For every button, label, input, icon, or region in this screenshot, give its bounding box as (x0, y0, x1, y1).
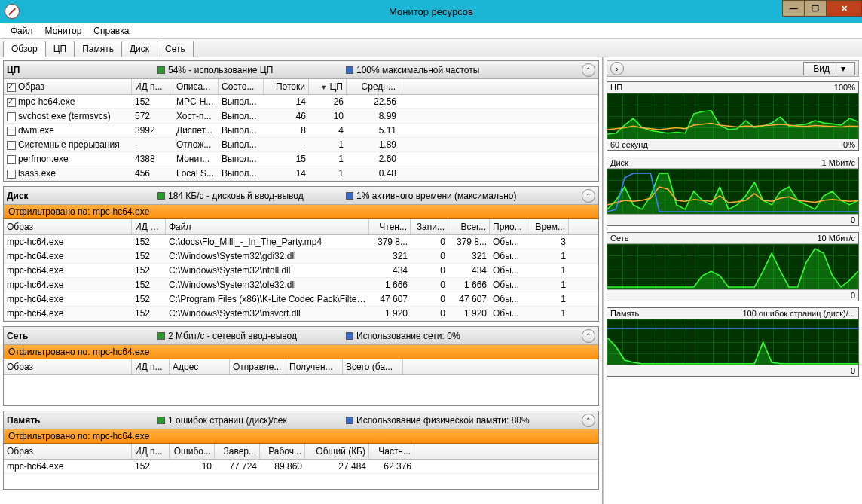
table-row[interactable]: dwm.exe3992Диспет...Выпол...845.11 (4, 124, 598, 138)
row-checkbox[interactable] (7, 98, 16, 107)
net-header[interactable]: Сеть 2 Мбит/с - сетевой ввод-вывод Испол… (4, 327, 598, 345)
close-button[interactable]: ✕ (826, 0, 862, 17)
window-title: Монитор ресурсов (389, 6, 473, 17)
mem-col-faults[interactable]: Ошибо... (170, 444, 215, 459)
maximize-button[interactable]: ❐ (804, 0, 827, 17)
table-row[interactable]: Системные прерывания-Отлож...Выпол...-11… (4, 138, 598, 152)
disk-header[interactable]: Диск 184 КБ/с - дисковый ввод-вывод 1% а… (4, 187, 598, 205)
net-col-pid[interactable]: ИД п... (132, 359, 170, 374)
disk-title: Диск (7, 191, 157, 201)
cpu-col-status[interactable]: Состо... (219, 79, 264, 94)
table-row[interactable]: svchost.exe (termsvcs)572Хост-п...Выпол.… (4, 109, 598, 124)
disk-active-label: 1% активного времени (максимально) (356, 191, 517, 201)
net-io-label: 2 Мбит/с - сетевой ввод-вывод (168, 331, 297, 341)
table-row[interactable]: mpc-hc64.exe152C:\Program Files (x86)\K-… (4, 292, 598, 307)
mem-faults-icon (157, 417, 165, 424)
tab-network[interactable]: Сеть (157, 41, 194, 57)
disk-filter-bar: Отфильтровано по: mpc-hc64.exe (4, 205, 598, 219)
net-title: Сеть (7, 331, 157, 341)
disk-col-image[interactable]: Образ (4, 219, 132, 234)
disk-col-pid[interactable]: ИД п... (132, 219, 166, 234)
row-checkbox[interactable] (7, 112, 16, 121)
net-use-label: Использование сети: 0% (356, 331, 460, 341)
mem-col-pid[interactable]: ИД п... (132, 444, 170, 459)
tab-memory[interactable]: Память (74, 41, 122, 57)
mem-col-working[interactable]: Рабоч... (260, 444, 305, 459)
net-col-recv[interactable]: Получен... (286, 359, 343, 374)
mem-section: Память 1 ошибок страниц (диск)/сек Испол… (3, 411, 599, 490)
cpu-collapse-button[interactable]: ⌃ (582, 63, 595, 77)
cpu-col-cpu[interactable]: ЦП (329, 81, 343, 92)
mem-col-image[interactable]: Образ (4, 444, 132, 459)
table-row[interactable]: perfmon.exe4388Монит...Выпол...1512.60 (4, 152, 598, 166)
mem-col-private[interactable]: Частн... (369, 444, 414, 459)
disk-col-file[interactable]: Файл (166, 219, 369, 234)
table-row[interactable]: mpc-hc64.exe152C:\Windows\System32\gdi32… (4, 249, 598, 264)
menu-file[interactable]: Файл (5, 24, 39, 38)
cpu-freq-label: 100% максимальной частоты (356, 65, 479, 75)
app-icon (5, 4, 20, 19)
view-dropdown[interactable]: Вид (803, 62, 855, 75)
table-row[interactable]: mpc-hc64.exe152MPC-H...Выпол...142622.56 (4, 95, 598, 109)
cpu-header-checkbox[interactable] (7, 83, 16, 92)
cpu-col-pid[interactable]: ИД п... (132, 79, 173, 94)
mem-col-shared[interactable]: Общий (КБ) (305, 444, 369, 459)
table-row[interactable]: mpc-hc64.exe152C:\Windows\System32\msvcr… (4, 307, 598, 321)
menubar: Файл Монитор Справка (0, 23, 862, 39)
disk-col-total[interactable]: Всег... (448, 219, 490, 234)
net-col-addr[interactable]: Адрес (170, 359, 230, 374)
minimize-button[interactable]: — (782, 0, 805, 17)
net-col-image[interactable]: Образ (4, 359, 132, 374)
disk-col-time[interactable]: Врем... (527, 219, 569, 234)
row-checkbox[interactable] (7, 170, 16, 179)
table-row[interactable]: lsass.exe456Local S...Выпол...1410.48 (4, 166, 598, 181)
tab-overview[interactable]: Обзор (3, 41, 46, 57)
mem-use-label: Использование физической памяти: 80% (356, 415, 530, 426)
mem-collapse-button[interactable]: ⌃ (582, 414, 595, 427)
net-filter-bar: Отфильтровано по: mpc-hc64.exe (4, 345, 598, 359)
net-col-sent[interactable]: Отправле... (230, 359, 286, 374)
row-checkbox[interactable] (7, 141, 16, 150)
cpu-usage-label: 54% - использование ЦП (168, 65, 273, 75)
disk-col-write[interactable]: Запи... (411, 219, 448, 234)
net-col-total[interactable]: Всего (ба... (343, 359, 403, 374)
mem-header[interactable]: Память 1 ошибок страниц (диск)/сек Испол… (4, 411, 598, 429)
net-collapse-button[interactable]: ⌃ (582, 329, 595, 343)
disk-active-icon (346, 192, 353, 200)
mem-title: Память (7, 415, 157, 426)
tab-cpu[interactable]: ЦП (45, 41, 75, 57)
net-use-icon (346, 332, 353, 340)
menu-help[interactable]: Справка (87, 24, 135, 38)
cpu-col-image[interactable]: Образ (18, 81, 44, 92)
chart-prev-button[interactable]: › (610, 62, 624, 75)
table-row[interactable]: mpc-hc64.exe152C:\Windows\System32\ntdll… (4, 264, 598, 278)
table-row[interactable]: mpc-hc64.exe1521077 72489 86027 48462 37… (4, 460, 598, 474)
disk-io-icon (157, 192, 165, 200)
disk-col-prio[interactable]: Прио... (490, 219, 527, 234)
row-checkbox[interactable] (7, 127, 16, 136)
mini-chart: ЦП100%60 секунд0% (607, 81, 859, 151)
row-checkbox[interactable] (7, 155, 16, 164)
disk-col-read[interactable]: Чтен... (369, 219, 411, 234)
tabbar: Обзор ЦП Память Диск Сеть (0, 39, 862, 57)
table-row[interactable]: mpc-hc64.exe152C:\docs\Flo_Milli_-_In_Th… (4, 235, 598, 249)
cpu-header[interactable]: ЦП 54% - использование ЦП 100% максималь… (4, 61, 598, 79)
titlebar: Монитор ресурсов — ❐ ✕ (0, 0, 862, 23)
cpu-col-desc[interactable]: Описа... (173, 79, 219, 94)
disk-io-label: 184 КБ/с - дисковый ввод-вывод (168, 191, 304, 201)
mem-use-icon (346, 417, 353, 424)
mem-col-commit[interactable]: Завер... (215, 444, 260, 459)
mem-faults-label: 1 ошибок страниц (диск)/сек (168, 415, 287, 426)
disk-collapse-button[interactable]: ⌃ (582, 189, 595, 203)
cpu-col-avg[interactable]: Средн... (347, 79, 399, 94)
cpu-title: ЦП (7, 65, 157, 75)
tab-disk[interactable]: Диск (121, 41, 157, 57)
mini-chart: Сеть10 Мбит/с0 (607, 232, 859, 301)
menu-monitor[interactable]: Монитор (39, 24, 88, 38)
disk-section: Диск 184 КБ/с - дисковый ввод-вывод 1% а… (3, 186, 599, 322)
mem-filter-bar: Отфильтровано по: mpc-hc64.exe (4, 429, 598, 444)
cpu-usage-icon (157, 66, 165, 74)
table-row[interactable]: mpc-hc64.exe152C:\Windows\System32\ole32… (4, 278, 598, 292)
cpu-col-threads[interactable]: Потоки (264, 79, 309, 94)
cpu-section: ЦП 54% - использование ЦП 100% максималь… (3, 60, 599, 182)
